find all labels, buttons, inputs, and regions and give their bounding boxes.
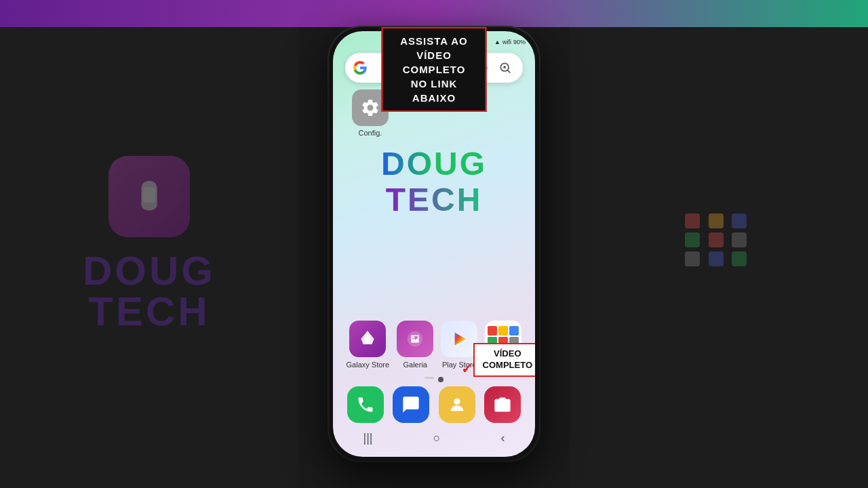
page-dots [333,377,535,382]
svg-rect-0 [143,187,156,203]
brand-tech: TECH [386,182,483,218]
lens-button[interactable] [494,57,516,79]
phone-container: ASSISTA AO VÍDEO COMPLETO NO LINK ABAIXO… [329,27,539,461]
signal-icon: ▲ [494,39,500,45]
left-store-icon-bg [108,156,190,237]
phone-dock-item[interactable] [347,386,384,423]
svg-marker-7 [455,332,466,345]
messages-dock-item[interactable] [393,386,429,423]
bottom-dock [333,386,535,423]
left-doug-text: DOUG [83,251,216,291]
left-tech-text: TECH [88,291,210,332]
phone-call-icon [347,386,384,423]
wifi-icon: wifi [502,39,511,45]
play-store-icon [441,321,477,357]
svg-point-8 [454,399,460,405]
video-badge-line1: VÍDEO [483,348,532,360]
battery-icon: 90% [513,39,526,45]
svg-line-3 [507,70,510,73]
bitmoji-dock-item[interactable] [439,386,475,423]
left-panel: DOUG TECH [0,0,298,488]
top-banner: ASSISTA AO VÍDEO COMPLETO NO LINK ABAIXO [382,27,487,112]
bitmoji-icon [439,386,475,423]
right-bg-content [685,214,753,274]
svg-rect-2 [504,66,506,68]
right-panel [570,0,868,488]
galaxy-store-item[interactable]: Galaxy Store [347,321,390,369]
page-dot-1 [425,377,434,379]
brand-text: DOUG TECH [333,146,535,218]
status-icons: ▲ wifi 90% [494,39,526,45]
galaxy-store-icon [349,321,386,357]
brand-doug: DOUG [381,146,487,182]
galeria-icon [397,321,433,357]
top-accent [0,0,868,27]
nav-bar: ||| ○ ‹ [333,426,535,450]
video-completo-badge[interactable]: ✓ VÍDEO COMPLETO [473,343,535,377]
svg-point-6 [412,336,414,338]
svg-point-5 [408,331,422,346]
home-button[interactable]: ○ [433,431,441,445]
svg-rect-4 [366,337,370,344]
messages-icon [393,386,429,423]
google-logo [352,60,368,76]
camera-icon [484,386,521,423]
page-dot-2-active [438,377,443,382]
back-button[interactable]: ‹ [500,431,505,445]
settings-label: Config. [359,129,382,137]
galaxy-store-label: Galaxy Store [347,361,390,369]
banner-text: ASSISTA AO VÍDEO COMPLETO NO LINK ABAIXO [382,27,487,112]
right-google-grid [685,214,753,268]
galeria-label: Galeria [403,361,427,369]
recent-apps-button[interactable]: ||| [363,431,373,445]
galeria-item[interactable]: Galeria [397,321,433,369]
left-bg-icon: DOUG TECH [83,156,216,332]
video-badge-line2: COMPLETO [483,360,532,371]
camera-dock-item[interactable] [484,386,521,423]
scene: DOUG TECH ASSISTA AO VÍDEO COMPLETO NO L… [0,0,868,488]
